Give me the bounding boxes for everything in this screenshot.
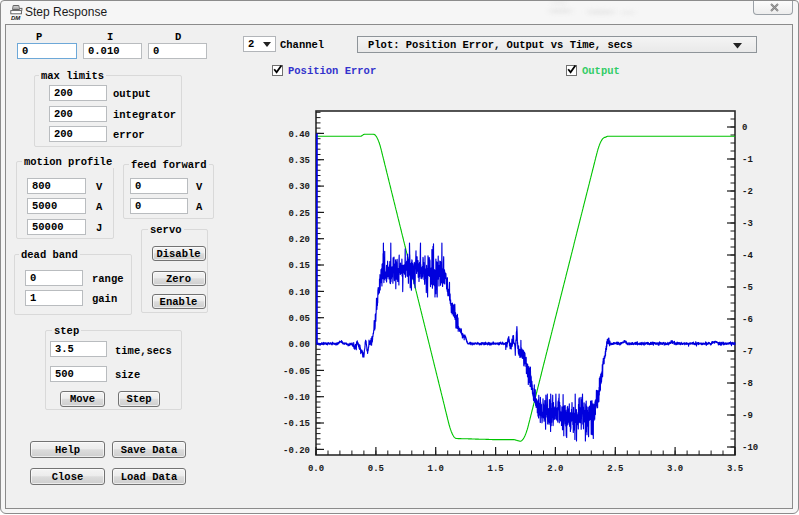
svg-text:2.5: 2.5: [607, 464, 623, 474]
svg-text:1.0: 1.0: [428, 464, 444, 474]
svg-text:-7: -7: [742, 347, 753, 357]
svg-text:-0.20: -0.20: [283, 446, 310, 456]
svg-text:-3: -3: [742, 219, 753, 229]
svg-text:-10: -10: [742, 443, 758, 453]
svg-text:-0.05: -0.05: [283, 367, 310, 377]
svg-text:-1: -1: [742, 155, 753, 165]
svg-text:0: 0: [742, 123, 747, 133]
svg-text:0.25: 0.25: [288, 209, 310, 219]
svg-text:0.30: 0.30: [288, 182, 310, 192]
svg-text:0.5: 0.5: [368, 464, 384, 474]
svg-text:0.40: 0.40: [288, 130, 310, 140]
svg-text:-2: -2: [742, 187, 753, 197]
svg-text:0.00: 0.00: [288, 340, 310, 350]
svg-text:1.5: 1.5: [487, 464, 503, 474]
svg-text:-5: -5: [742, 283, 753, 293]
svg-text:2.0: 2.0: [547, 464, 563, 474]
svg-text:-6: -6: [742, 315, 753, 325]
svg-text:-8: -8: [742, 379, 753, 389]
svg-text:0.0: 0.0: [308, 464, 324, 474]
svg-text:-0.10: -0.10: [283, 393, 310, 403]
svg-text:-0.15: -0.15: [283, 419, 310, 429]
svg-text:0.35: 0.35: [288, 156, 310, 166]
svg-text:0.15: 0.15: [288, 261, 310, 271]
svg-text:-4: -4: [742, 251, 753, 261]
svg-text:3.5: 3.5: [727, 464, 743, 474]
svg-text:3.0: 3.0: [667, 464, 683, 474]
svg-text:0.05: 0.05: [288, 314, 310, 324]
svg-text:-9: -9: [742, 411, 753, 421]
svg-text:0.20: 0.20: [288, 235, 310, 245]
svg-text:0.10: 0.10: [288, 288, 310, 298]
